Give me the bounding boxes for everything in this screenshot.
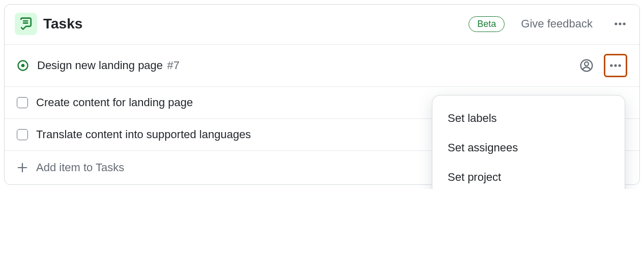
kebab-horizontal-icon (609, 59, 622, 72)
svg-point-6 (584, 62, 589, 66)
kebab-horizontal-icon (613, 17, 627, 30)
svg-point-2 (623, 22, 626, 25)
menu-set-labels[interactable]: Set labels (432, 104, 625, 133)
task-ref: #7 (167, 59, 180, 72)
draft-checkbox-icon (17, 97, 28, 108)
task-row[interactable]: Design new landing page #7 (5, 44, 639, 86)
task-title-wrap: Design new landing page #7 (37, 59, 180, 72)
panel-title: Tasks (43, 16, 82, 32)
task-context-menu: Set labels Set assignees Set project Rem… (432, 95, 625, 189)
tasks-panel: Tasks Beta Give feedback Design new land… (4, 4, 640, 185)
beta-badge: Beta (469, 16, 505, 32)
issue-open-icon (17, 59, 29, 72)
draft-checkbox-icon (17, 129, 28, 140)
give-feedback-link[interactable]: Give feedback (521, 17, 593, 30)
assignee-button[interactable] (577, 56, 596, 75)
svg-point-1 (619, 22, 621, 25)
menu-set-assignees[interactable]: Set assignees (432, 133, 625, 163)
task-title: Design new landing page (37, 59, 163, 72)
tasks-icon (15, 13, 37, 35)
panel-menu-button[interactable] (611, 15, 629, 33)
svg-point-4 (21, 64, 25, 68)
svg-point-0 (614, 22, 617, 25)
add-item-label: Add item to Tasks (36, 161, 124, 174)
svg-point-8 (614, 64, 617, 67)
plus-icon (17, 162, 28, 173)
panel-header: Tasks Beta Give feedback (5, 5, 639, 44)
person-icon (580, 59, 593, 72)
menu-set-project[interactable]: Set project (432, 163, 625, 189)
svg-point-7 (610, 64, 612, 67)
task-title: Create content for landing page (36, 96, 193, 109)
task-menu-button[interactable] (604, 54, 627, 77)
task-title: Translate content into supported languag… (36, 128, 251, 141)
svg-point-9 (619, 64, 621, 67)
